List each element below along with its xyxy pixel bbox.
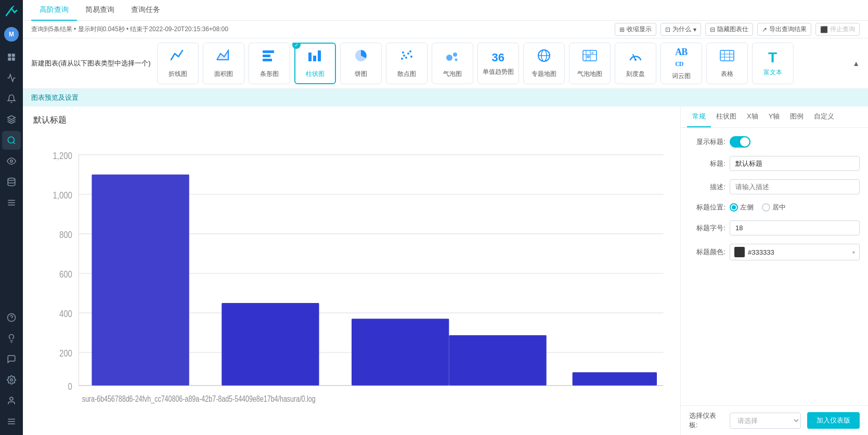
chart-type-bubble[interactable]: 气泡图 xyxy=(432,43,473,84)
chart-selector-title: 新建图表(请从以下图表类型中选择一个) xyxy=(31,59,151,68)
svg-point-48 xyxy=(634,59,637,61)
sidebar-item-layers[interactable] xyxy=(2,110,21,129)
settings-tab-barchart[interactable]: 柱状图 xyxy=(711,107,742,127)
title-position-label: 标题位置: xyxy=(689,203,726,212)
stop-button[interactable]: ⬛ 停止查询 xyxy=(815,23,860,36)
add-to-dashboard-button[interactable]: 加入仪表版 xyxy=(807,412,860,429)
svg-rect-21 xyxy=(263,50,274,53)
settings-tab-xaxis[interactable]: X轴 xyxy=(742,107,763,127)
title-row: 标题: xyxy=(689,156,860,171)
geo-chart-icon xyxy=(536,48,552,67)
sidebar-item-menu[interactable] xyxy=(2,412,21,431)
compact-view-icon: ⊞ xyxy=(619,26,625,33)
wordcloud-chart-label: 词云图 xyxy=(672,72,691,81)
stop-icon: ⬛ xyxy=(820,26,828,33)
chart-type-scatter-wrapper: 散点图 xyxy=(386,43,427,84)
barv-chart-label: 柱状图 xyxy=(306,70,325,78)
sidebar-item-chart[interactable] xyxy=(2,69,21,87)
chart-type-richtext[interactable]: T 富文本 xyxy=(752,43,794,84)
sidebar-item-search[interactable] xyxy=(2,131,21,150)
chart-type-scatter[interactable]: 散点图 xyxy=(386,43,427,84)
dashboard-select[interactable]: 请选择 xyxy=(730,413,801,429)
sidebar-item-help[interactable] xyxy=(2,308,21,327)
settings-tab-custom[interactable]: 自定义 xyxy=(809,107,839,127)
svg-point-31 xyxy=(407,52,409,55)
sidebar-item-dashboard[interactable] xyxy=(2,48,21,67)
chart-type-bubblemap-wrapper: 气泡地图 xyxy=(569,43,611,84)
chart-type-gauge[interactable]: 刻度盘 xyxy=(615,43,656,84)
description-input[interactable] xyxy=(730,179,860,194)
tab-simple[interactable]: 简易查询 xyxy=(77,0,123,21)
chart-type-geo[interactable]: 专题地图 xyxy=(523,43,565,84)
title-input[interactable] xyxy=(730,156,860,171)
description-label: 描述: xyxy=(689,182,726,192)
bar-4 xyxy=(449,335,546,386)
sidebar-item-database[interactable] xyxy=(2,173,21,191)
bubblemap-chart-icon xyxy=(582,48,598,67)
settings-tab-general[interactable]: 常规 xyxy=(687,107,711,127)
sidebar-item-lightbulb[interactable] xyxy=(2,329,21,348)
chart-type-area[interactable]: 面积图 xyxy=(203,43,244,84)
chart-type-line[interactable]: 折线图 xyxy=(157,43,199,84)
chart-type-single[interactable]: 36 单值趋势图 xyxy=(477,43,519,84)
sidebar-item-user[interactable] xyxy=(2,391,21,410)
chart-type-wordcloud[interactable]: ABCD 词云图 xyxy=(660,43,702,84)
hide-fields-button[interactable]: ⊟ 隐藏图表仕 xyxy=(705,23,753,36)
font-size-input[interactable] xyxy=(730,220,860,235)
geo-chart-label: 专题地图 xyxy=(532,70,556,78)
svg-marker-4 xyxy=(8,116,16,120)
compact-view-button[interactable]: ⊞ 收缩显示 xyxy=(615,23,656,36)
chart-type-barv[interactable]: ✓ 柱状图 xyxy=(294,43,336,84)
position-left-circle xyxy=(730,203,738,212)
pie-chart-icon xyxy=(353,48,369,67)
svg-point-33 xyxy=(410,56,412,58)
chart-svg: 1,200 1,000 800 600 400 200 xyxy=(33,130,670,427)
title-color-label: 标题颜色: xyxy=(689,247,726,257)
scatter-chart-label: 散点图 xyxy=(397,70,416,78)
sidebar-item-message[interactable] xyxy=(2,350,21,368)
position-left-option[interactable]: 左侧 xyxy=(730,203,754,212)
collapse-arrow-icon[interactable]: ▲ xyxy=(852,59,860,68)
format-button[interactable]: ⊡ 为什么 ▾ xyxy=(660,23,701,36)
chart-type-table[interactable]: 表格 xyxy=(706,43,748,84)
color-swatch xyxy=(734,247,745,257)
chart-title: 默认标题 xyxy=(33,115,670,126)
export-label: 导出查询结果 xyxy=(769,25,807,34)
tab-advanced[interactable]: 高阶查询 xyxy=(31,0,77,21)
settings-tab-legend[interactable]: 图例 xyxy=(785,107,809,127)
bar-5 xyxy=(573,372,657,385)
svg-rect-2 xyxy=(8,58,11,61)
area-chart-icon xyxy=(216,48,231,67)
avatar[interactable]: M xyxy=(4,27,19,42)
bar-3 xyxy=(352,319,449,385)
position-center-option[interactable]: 居中 xyxy=(762,203,786,212)
title-label: 标题: xyxy=(689,159,726,168)
barh-chart-icon xyxy=(262,48,277,67)
chart-type-pie[interactable]: 饼图 xyxy=(340,43,382,84)
sidebar-item-alert[interactable] xyxy=(2,89,21,108)
tab-tasks[interactable]: 查询任务 xyxy=(123,0,169,21)
export-icon: ↗ xyxy=(762,26,767,33)
area-chart-label: 面积图 xyxy=(214,70,233,78)
export-button[interactable]: ↗ 导出查询结果 xyxy=(757,23,811,36)
svg-point-34 xyxy=(402,51,404,54)
chart-type-single-wrapper: 36 单值趋势图 xyxy=(477,43,519,84)
chart-type-bubblemap[interactable]: 气泡地图 xyxy=(569,43,611,84)
chart-type-barh[interactable]: 条形图 xyxy=(249,43,290,84)
sidebar-item-stack[interactable] xyxy=(2,193,21,212)
svg-point-7 xyxy=(10,160,13,163)
status-info: 查询到5条结果 • 显示时间0.045秒 • 结束于2022-09-20T20:… xyxy=(31,25,228,34)
svg-text:200: 200 xyxy=(59,347,72,359)
settings-tab-yaxis[interactable]: Y轴 xyxy=(763,107,785,127)
show-title-toggle[interactable] xyxy=(730,136,750,148)
barv-chart-icon xyxy=(307,48,323,67)
scatter-chart-icon xyxy=(399,48,414,67)
svg-rect-41 xyxy=(583,50,597,61)
barh-chart-label: 条形图 xyxy=(260,70,279,78)
section-header-label: 图表预览及设置 xyxy=(31,94,79,101)
sidebar-item-settings[interactable] xyxy=(2,371,21,389)
title-color-picker[interactable]: #333333 ▾ xyxy=(730,244,860,260)
svg-point-46 xyxy=(591,52,593,54)
sidebar-item-eye[interactable] xyxy=(2,152,21,170)
font-size-row: 标题字号: xyxy=(689,220,860,235)
